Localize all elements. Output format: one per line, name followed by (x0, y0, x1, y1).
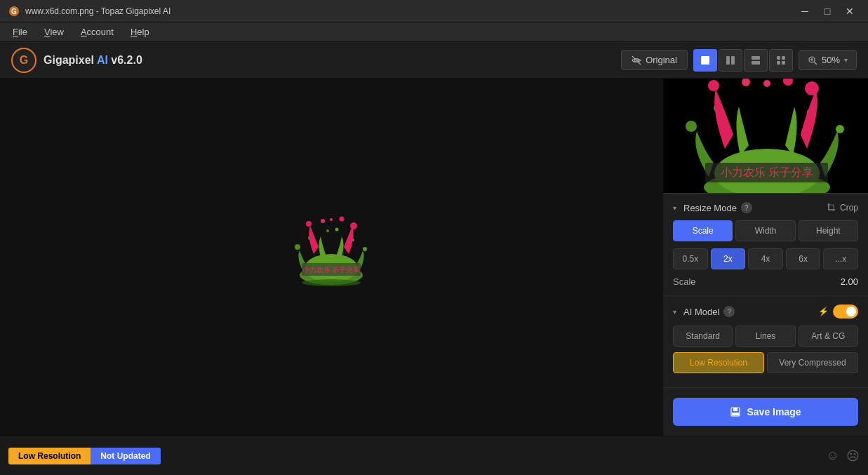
collapse-icon[interactable]: ▾ (673, 204, 676, 212)
svg-text:G: G (11, 8, 17, 15)
scale-4x[interactable]: 4x (748, 248, 783, 269)
scale-6x[interactable]: 6x (786, 248, 821, 269)
view-split-v-button[interactable] (719, 49, 742, 72)
save-icon (730, 406, 741, 417)
model-art-cg[interactable]: Art & CG (799, 326, 858, 347)
smiley-sad-icon[interactable]: ☹ (846, 448, 860, 464)
svg-point-23 (326, 229, 329, 232)
svg-point-36 (686, 121, 697, 132)
ai-model-section: ▾ AI Model ? ⚡ Standard Lines Art & CG L… (663, 296, 868, 388)
scale-label: Scale (673, 276, 696, 287)
zoom-level: 50% (822, 55, 840, 65)
app-logo: G Gigapixel AI v6.2.0 (11, 48, 142, 73)
zoom-control[interactable]: 50% ▾ (799, 50, 857, 70)
scale-value: 2.00 (841, 276, 858, 287)
tab-scale[interactable]: Scale (673, 220, 733, 241)
svg-rect-49 (733, 408, 737, 411)
ai-model-label: AI Model (683, 307, 719, 317)
eye-icon (632, 55, 641, 65)
svg-point-28 (340, 216, 345, 221)
resize-mode-label: Resize Mode (683, 203, 737, 213)
scale-custom[interactable]: ...x (823, 248, 858, 269)
view-split-h-button[interactable] (744, 49, 768, 72)
view-quad-button[interactable] (769, 49, 793, 72)
zoom-chevron-icon: ▾ (844, 56, 848, 64)
original-button[interactable]: Original (621, 50, 688, 70)
logo-icon: G (11, 48, 36, 73)
resize-mode-header: ▾ Resize Mode ? Crop (673, 202, 858, 213)
model-type-group: Standard Lines Art & CG (673, 326, 858, 347)
tab-height[interactable]: Height (799, 220, 858, 241)
smiley-happy-icon[interactable]: ☺ (827, 448, 839, 463)
svg-rect-12 (782, 61, 785, 65)
lightning-icon: ⚡ (818, 307, 829, 316)
svg-rect-50 (732, 413, 739, 415)
svg-point-27 (321, 219, 325, 223)
svg-point-25 (306, 221, 312, 227)
maximize-button[interactable]: □ (817, 4, 837, 19)
svg-rect-8 (752, 61, 760, 65)
save-button[interactable]: Save Image (673, 398, 858, 426)
status-tag: Low Resolution Not Updated (8, 448, 161, 464)
svg-point-40 (708, 80, 719, 91)
ai-model-toggle-group: ⚡ (818, 305, 858, 319)
svg-line-14 (814, 62, 817, 65)
zoom-icon (808, 55, 817, 65)
svg-rect-6 (731, 56, 735, 65)
view-split-v-icon (725, 55, 736, 66)
close-button[interactable]: ✕ (840, 4, 860, 19)
scale-0-5x[interactable]: 0.5x (673, 248, 708, 269)
preview-canvas: 小力农乐 乐子分享 (663, 79, 868, 194)
minimize-button[interactable]: ─ (795, 4, 815, 19)
header-controls: Original (621, 49, 857, 72)
title-bar: G www.x6d.com.png - Topaz Gigapixel AI ─… (0, 0, 868, 22)
menu-file[interactable]: File (6, 24, 34, 40)
app-header: G Gigapixel AI v6.2.0 Original (0, 42, 868, 79)
right-panel: 小力农乐 乐子分享 ▾ Resize Mode ? Crop (662, 79, 868, 436)
svg-point-20 (363, 247, 367, 251)
app-version-ai: AI (97, 54, 108, 66)
view-single-button[interactable] (693, 49, 717, 72)
save-section: Save Image (663, 388, 868, 436)
app-icon: G (8, 6, 20, 17)
svg-rect-11 (777, 61, 780, 65)
model-low-resolution[interactable]: Low Resolution (673, 352, 764, 373)
preview-image: 小力农乐 乐子分享 (663, 79, 868, 194)
crop-icon (827, 203, 836, 213)
save-label: Save Image (747, 406, 801, 417)
svg-rect-10 (782, 56, 785, 60)
svg-point-41 (805, 81, 819, 95)
status-right: ☺ ☹ (827, 448, 868, 464)
svg-point-24 (335, 227, 339, 231)
tag-low-res: Low Resolution (8, 448, 91, 464)
resize-mode-help[interactable]: ? (741, 202, 752, 213)
sub-model-group: Low Resolution Very Compressed (673, 352, 858, 373)
status-left: Low Resolution Not Updated (0, 448, 827, 464)
ai-model-collapse-icon[interactable]: ▾ (673, 308, 676, 316)
menu-help[interactable]: Help (123, 24, 156, 40)
window-title: www.x6d.com.png - Topaz Gigapixel AI (25, 6, 171, 16)
svg-rect-9 (777, 56, 780, 60)
scale-options: 0.5x 2x 4x 6x ...x (673, 248, 858, 269)
menu-view[interactable]: View (37, 24, 71, 40)
menu-account[interactable]: Account (74, 24, 121, 40)
tab-width[interactable]: Width (735, 220, 795, 241)
svg-rect-5 (726, 56, 730, 65)
svg-point-44 (763, 80, 770, 87)
crop-action[interactable]: Crop (827, 203, 858, 213)
view-split-h-icon (750, 55, 761, 66)
model-very-compressed[interactable]: Very Compressed (767, 352, 858, 373)
model-standard[interactable]: Standard (673, 326, 733, 347)
svg-text:小力农乐  乐子分享: 小力农乐 乐子分享 (302, 266, 361, 274)
svg-point-37 (836, 125, 844, 133)
view-single-icon (700, 55, 711, 66)
svg-point-32 (302, 279, 361, 286)
title-bar-left: G www.x6d.com.png - Topaz Gigapixel AI (8, 6, 171, 17)
svg-point-19 (295, 244, 300, 250)
scale-2x[interactable]: 2x (711, 248, 746, 269)
canvas-area[interactable]: 小力农乐 乐子分享 (0, 79, 662, 436)
ai-model-help[interactable]: ? (723, 306, 735, 317)
title-bar-controls: ─ □ ✕ (795, 4, 860, 19)
ai-model-toggle[interactable] (833, 305, 858, 319)
model-lines[interactable]: Lines (735, 326, 795, 347)
